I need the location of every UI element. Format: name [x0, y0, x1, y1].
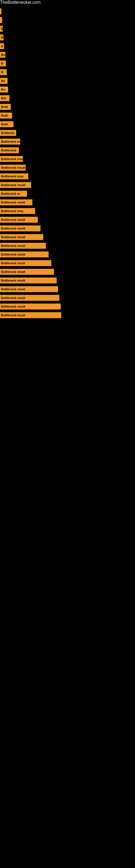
bar: Bottleneck result [0, 286, 58, 292]
bar-label: Bo [1, 88, 5, 91]
bar-label: Bot [1, 97, 6, 100]
bar [0, 8, 1, 14]
bar-row: B [0, 34, 135, 41]
bar-row: Bo [0, 86, 135, 93]
bar [0, 17, 2, 23]
bar: Bottleneck res [0, 138, 20, 145]
bar: Bottleneck result [0, 304, 61, 310]
bar-row: Bottleneck result [0, 242, 135, 250]
site-title: TheBottlenecker.com [0, 0, 135, 5]
bar-label: Bottleneck result [1, 296, 25, 300]
bar-label: Bottleneck result [1, 253, 25, 256]
bar-label: Bottl [1, 123, 8, 126]
bar-row: Bottleneck [0, 147, 135, 154]
bar-row: Bottleneck result [0, 285, 135, 293]
bar: Bottleneck result [0, 251, 49, 257]
bar: Bottl [0, 104, 11, 110]
bar-row: Bo [0, 77, 135, 85]
bars-container: EBEBoBBBoBoBotBottlBottlBottlBottlenecBo… [0, 5, 135, 323]
bar-label: Bottleneck res [1, 140, 20, 143]
bar: Bottleneck result [0, 243, 46, 249]
bar: Bottleneck re [0, 191, 27, 197]
bar-row: Bottleneck result [0, 277, 135, 284]
bar-row: Bottleneck re [0, 190, 135, 197]
bar-label: B [1, 70, 3, 74]
bar-label: Bottleneck result [1, 227, 25, 230]
bar-label: Bottleneck result [1, 244, 25, 247]
bar-label: Bottleneck result [1, 183, 25, 187]
bar-label: Bottleneck result [1, 314, 25, 317]
bar-row: Bottleneck result [0, 303, 135, 310]
bar: Bottleneck resu [0, 173, 28, 179]
bar: Bottleneck result [0, 295, 59, 301]
bar-label: B [1, 62, 3, 65]
bar-row: Bottleneck resu [0, 207, 135, 215]
bar-label: Bottleneck resu [1, 209, 24, 213]
bar: Bottleneck result [0, 217, 38, 223]
bar-label: Bo [1, 53, 5, 56]
bar: B [0, 61, 6, 66]
bar: E [0, 43, 4, 49]
bar-row: Bottl [0, 120, 135, 128]
bar: B [0, 69, 7, 75]
bar: Bottleneck result [0, 225, 41, 231]
bar-label: Bottl [1, 114, 8, 117]
bar-label: Bottleneck result [1, 279, 25, 282]
bar-row: Bottleneck resu [0, 173, 135, 180]
bar-label: Bottleneck re [1, 192, 20, 195]
bar: Bottleneck result [0, 182, 31, 188]
bar: Bottleneck result [0, 278, 57, 283]
bar-label: B [1, 36, 3, 39]
bar: Bottleneck resu [0, 208, 35, 214]
bar-row: Bottleneck result [0, 198, 135, 206]
bar: Bottl [0, 121, 13, 127]
bar-row [0, 16, 135, 24]
bar: Bottleneck resu [0, 156, 23, 162]
bar-row: Bottl [0, 112, 135, 119]
bar-row: Bottleneck result [0, 181, 135, 189]
bar-label: Bottleneck result [1, 201, 25, 204]
bar-row: Bottleneck result [0, 225, 135, 232]
bar-label: Bottleneck result [1, 218, 25, 221]
bar-row: Bottl [0, 103, 135, 111]
bar: Bottleneck [0, 147, 19, 153]
bar-label: Bottleneck result [1, 305, 25, 308]
bar-label: Bottleneck result [1, 236, 25, 239]
bar-label: Bo [1, 79, 5, 83]
bar-row: Bottleneck result [0, 164, 135, 172]
bar-row: Bottleneck result [0, 294, 135, 302]
bar-label: E [1, 27, 3, 30]
bar-row: B [0, 68, 135, 76]
bar-label: Bottlenec [1, 131, 14, 134]
bar: B [0, 34, 3, 40]
bar-row: Bottleneck resu [0, 155, 135, 163]
bar-row: Bottleneck result [0, 251, 135, 258]
bar-row: Bottlenec [0, 129, 135, 137]
bar-label: Bottleneck resu [1, 175, 24, 178]
bar: Bottleneck result [0, 234, 43, 240]
bar-label: Bottleneck result [1, 270, 25, 273]
bar: Bottleneck result [0, 260, 51, 266]
bar: Bot [0, 95, 9, 101]
bar: Bottleneck result [0, 312, 61, 318]
bar-label: Bottleneck result [1, 287, 25, 291]
bar-row: E [0, 25, 135, 33]
bar-row: Bottleneck result [0, 233, 135, 241]
bar-label: Bottl [1, 105, 8, 108]
bar-label: Bottleneck result [1, 261, 25, 265]
bar-row: Bo [0, 51, 135, 59]
bar-label: Bottleneck result [1, 166, 25, 169]
bar: Bo [0, 52, 5, 58]
bar: Bottl [0, 113, 12, 119]
bar: Bottleneck result [0, 199, 32, 205]
bar-row: B [0, 60, 135, 67]
bar-row: Bot [0, 94, 135, 102]
bar: Bottleneck result [0, 165, 26, 170]
bar: Bo [0, 78, 8, 84]
bar-row: Bottleneck res [0, 138, 135, 145]
bar: E [0, 26, 3, 32]
bar: Bottlenec [0, 130, 16, 136]
bar-row: Bottleneck result [0, 259, 135, 267]
bar-label: E [1, 44, 3, 48]
bar-label: Bottleneck [1, 149, 16, 152]
